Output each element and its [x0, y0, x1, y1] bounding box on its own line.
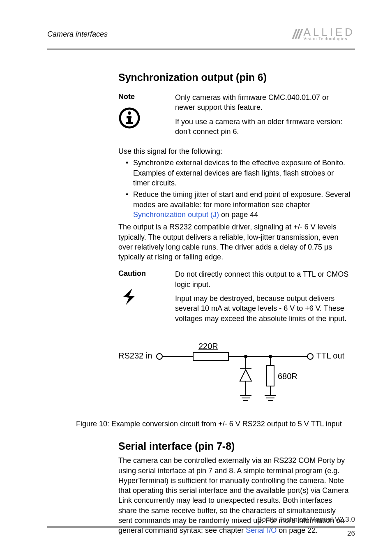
output-description: The output is a RS232 compatible driver,… [118, 222, 351, 262]
svg-point-1 [128, 111, 131, 115]
section-title: Camera interfaces [47, 30, 108, 39]
page-footer: Bonito Technical Manual V2.3.0 26 [47, 516, 355, 538]
note-paragraph-1: Only cameras with firmware CMC.040.01.07… [175, 92, 351, 113]
bullet-text-a: Reduce the timing jitter of start and en… [133, 190, 350, 208]
footer-rule [47, 526, 355, 528]
list-item: Synchronize external devices to the effe… [118, 158, 351, 188]
use-intro: Use this signal for the following: [118, 146, 351, 156]
bullet-text-b: on page 44 [219, 210, 258, 219]
use-list: Synchronize external devices to the effe… [118, 158, 351, 220]
figure-caption: Figure 10: Example conversion circuit fr… [76, 419, 355, 429]
caution-paragraph-2: Input may be destroyed, because output d… [175, 294, 351, 324]
svg-rect-8 [193, 352, 228, 361]
svg-marker-15 [240, 370, 251, 381]
logo-slashes-icon: /// [293, 28, 301, 41]
link-sync-output[interactable]: Synchronization output (J) [133, 210, 219, 219]
logo-sub-text: Vision Technologies [303, 37, 355, 41]
svg-point-6 [157, 354, 162, 359]
heading-sync-output: Synchronization output (pin 6) [118, 72, 351, 83]
svg-marker-5 [123, 289, 135, 305]
bolt-icon [118, 286, 164, 309]
svg-point-12 [307, 354, 313, 359]
page-number: 26 [47, 530, 355, 538]
caution-label: Caution [118, 269, 164, 278]
diagram-label-out: TTL out [316, 351, 345, 360]
page-header: Camera interfaces /// ALLIED Vision Tech… [47, 24, 355, 44]
diagram-label-in: RS232 in [118, 351, 152, 360]
diagram-label-r1: 220R [198, 342, 218, 351]
svg-rect-4 [126, 122, 133, 124]
logo-main-text: ALLIED [303, 28, 355, 37]
note-paragraph-2: If you use a camera with an older firmwa… [175, 117, 351, 137]
note-callout: Note Only cameras with firmware CMC.040.… [118, 92, 351, 141]
header-rule [47, 49, 355, 50]
info-icon [118, 107, 164, 131]
note-label: Note [118, 92, 164, 101]
heading-serial-interface: Serial interface (pin 7-8) [118, 440, 351, 452]
footer-doc-title: Bonito Technical Manual V2.3.0 [47, 516, 355, 524]
caution-paragraph-1: Do not directly connect this output to a… [175, 269, 351, 289]
diagram-label-r2: 680R [278, 372, 297, 381]
brand-logo: /// ALLIED Vision Technologies [293, 28, 355, 41]
circuit-diagram: RS232 in 220R TTL out [118, 340, 355, 410]
list-item: Reduce the timing jitter of start and en… [118, 190, 351, 220]
caution-callout: Caution Do not directly connect this out… [118, 269, 351, 327]
svg-rect-22 [267, 365, 274, 386]
